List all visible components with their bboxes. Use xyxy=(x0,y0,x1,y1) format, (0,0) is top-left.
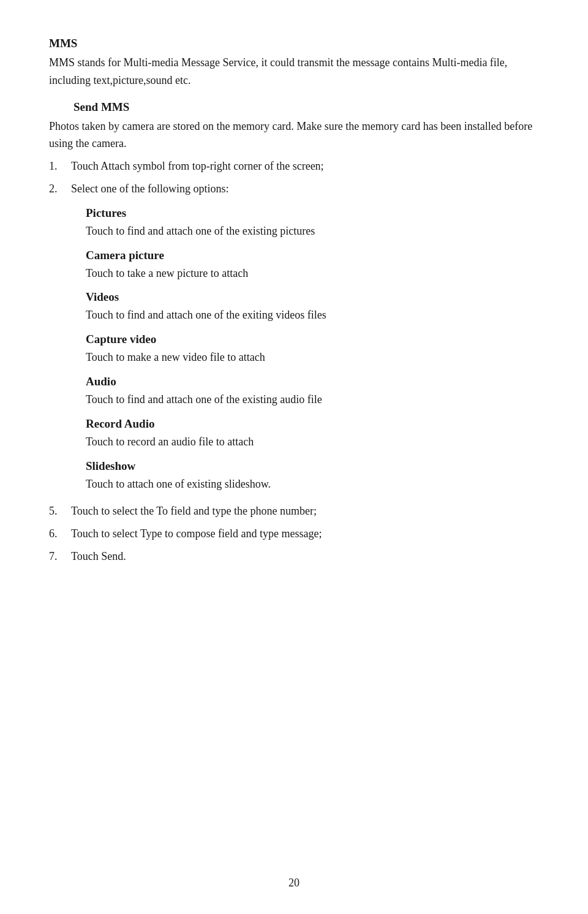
record-audio-body: Touch to record an audio file to attach xyxy=(86,433,539,451)
send-mms-heading: Send MMS xyxy=(74,100,539,114)
camera-picture-body: Touch to take a new picture to attach xyxy=(86,265,539,282)
slideshow-body: Touch to attach one of existing slidesho… xyxy=(86,475,539,493)
camera-picture-heading: Camera picture xyxy=(86,249,539,262)
step-2-text: Select one of the following options: xyxy=(71,180,228,198)
slideshow-heading: Slideshow xyxy=(86,459,539,473)
audio-heading: Audio xyxy=(86,375,539,388)
pictures-heading: Pictures xyxy=(86,206,539,220)
step-1-number: 1. xyxy=(49,157,66,175)
step-6-text: Touch to select Type to compose field an… xyxy=(71,525,322,543)
step-7: 7. Touch Send. xyxy=(49,548,539,565)
capture-video-body: Touch to make a new video file to attach xyxy=(86,349,539,366)
step-6-number: 6. xyxy=(49,525,66,543)
step-7-number: 7. xyxy=(49,548,66,565)
page-number: 20 xyxy=(288,877,300,889)
step-5: 5. Touch to select the To field and type… xyxy=(49,502,539,520)
audio-body: Touch to find and attach one of the exis… xyxy=(86,391,539,409)
step-1-text: Touch Attach symbol from top-right corne… xyxy=(71,157,324,175)
step-2-number: 2. xyxy=(49,180,66,198)
send-mms-body: Photos taken by camera are stored on the… xyxy=(49,118,539,153)
step-1: 1. Touch Attach symbol from top-right co… xyxy=(49,157,539,175)
pictures-body: Touch to find and attach one of the exis… xyxy=(86,222,539,240)
videos-heading: Videos xyxy=(86,290,539,304)
mms-heading: MMS xyxy=(49,37,539,50)
page-container: MMS MMS stands for Multi-media Message S… xyxy=(0,0,588,914)
step-7-text: Touch Send. xyxy=(71,548,126,565)
step-5-number: 5. xyxy=(49,502,66,520)
step-6: 6. Touch to select Type to compose field… xyxy=(49,525,539,543)
capture-video-heading: Capture video xyxy=(86,333,539,346)
videos-body: Touch to find and attach one of the exit… xyxy=(86,306,539,324)
step-2: 2. Select one of the following options: xyxy=(49,180,539,198)
mms-description: MMS stands for Multi-media Message Servi… xyxy=(49,54,539,89)
record-audio-heading: Record Audio xyxy=(86,417,539,431)
step-5-text: Touch to select the To field and type th… xyxy=(71,502,317,520)
